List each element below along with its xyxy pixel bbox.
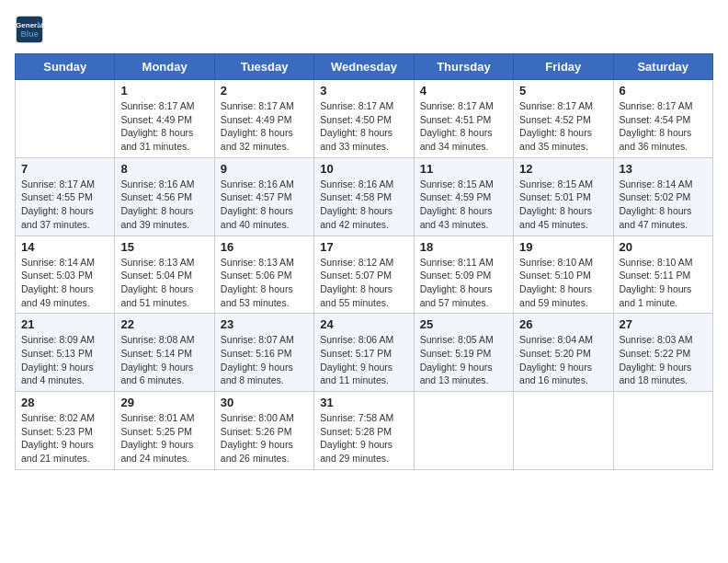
- calendar-cell: 11Sunrise: 8:15 AMSunset: 4:59 PMDayligh…: [414, 157, 513, 236]
- calendar-cell: [414, 392, 513, 470]
- date-number: 11: [420, 162, 507, 176]
- cell-details: Sunrise: 8:07 AMSunset: 5:16 PMDaylight:…: [221, 333, 308, 387]
- calendar-cell: [16, 80, 115, 158]
- cell-details: Sunrise: 8:12 AMSunset: 5:07 PMDaylight:…: [320, 256, 407, 310]
- date-number: 25: [420, 317, 507, 331]
- calendar-cell: 13Sunrise: 8:14 AMSunset: 5:02 PMDayligh…: [613, 157, 712, 236]
- calendar-cell: 31Sunrise: 7:58 AMSunset: 5:28 PMDayligh…: [314, 392, 414, 470]
- cell-details: Sunrise: 8:14 AMSunset: 5:03 PMDaylight:…: [21, 256, 108, 310]
- date-number: 2: [221, 84, 308, 98]
- calendar-cell: 7Sunrise: 8:17 AMSunset: 4:55 PMDaylight…: [16, 157, 115, 236]
- cell-details: Sunrise: 8:10 AMSunset: 5:10 PMDaylight:…: [519, 256, 607, 310]
- header: General Blue: [15, 15, 713, 44]
- day-header-friday: Friday: [514, 54, 613, 80]
- cell-details: Sunrise: 8:11 AMSunset: 5:09 PMDaylight:…: [420, 256, 507, 310]
- date-number: 7: [21, 162, 108, 176]
- date-number: 30: [221, 396, 308, 409]
- date-number: 17: [320, 240, 407, 254]
- calendar-cell: 26Sunrise: 8:04 AMSunset: 5:20 PMDayligh…: [514, 314, 613, 392]
- date-number: 4: [420, 84, 507, 98]
- date-number: 18: [420, 240, 507, 254]
- date-number: 10: [320, 162, 407, 176]
- week-row-2: 7Sunrise: 8:17 AMSunset: 4:55 PMDaylight…: [16, 157, 713, 236]
- calendar-cell: 2Sunrise: 8:17 AMSunset: 4:49 PMDaylight…: [214, 80, 313, 158]
- calendar-cell: 6Sunrise: 8:17 AMSunset: 4:54 PMDaylight…: [613, 80, 712, 158]
- calendar-cell: 20Sunrise: 8:10 AMSunset: 5:11 PMDayligh…: [613, 236, 712, 314]
- date-number: 27: [620, 317, 707, 331]
- calendar-cell: 30Sunrise: 8:00 AMSunset: 5:26 PMDayligh…: [214, 392, 313, 470]
- week-row-4: 21Sunrise: 8:09 AMSunset: 5:13 PMDayligh…: [16, 314, 713, 392]
- cell-details: Sunrise: 8:06 AMSunset: 5:17 PMDaylight:…: [320, 333, 407, 387]
- cell-details: Sunrise: 8:13 AMSunset: 5:04 PMDaylight:…: [120, 256, 208, 310]
- week-row-1: 1Sunrise: 8:17 AMSunset: 4:49 PMDaylight…: [16, 80, 713, 158]
- cell-details: Sunrise: 8:00 AMSunset: 5:26 PMDaylight:…: [221, 411, 308, 465]
- cell-details: Sunrise: 8:04 AMSunset: 5:20 PMDaylight:…: [519, 333, 607, 387]
- cell-details: Sunrise: 8:17 AMSunset: 4:55 PMDaylight:…: [21, 178, 108, 232]
- cell-details: Sunrise: 8:02 AMSunset: 5:23 PMDaylight:…: [21, 411, 108, 465]
- calendar-cell: 3Sunrise: 8:17 AMSunset: 4:50 PMDaylight…: [314, 80, 414, 158]
- cell-details: Sunrise: 8:13 AMSunset: 5:06 PMDaylight:…: [221, 256, 308, 310]
- day-header-row: SundayMondayTuesdayWednesdayThursdayFrid…: [16, 54, 713, 80]
- date-number: 14: [21, 240, 108, 254]
- calendar-cell: 12Sunrise: 8:15 AMSunset: 5:01 PMDayligh…: [514, 157, 613, 236]
- calendar-cell: 19Sunrise: 8:10 AMSunset: 5:10 PMDayligh…: [514, 236, 613, 314]
- date-number: 1: [120, 84, 208, 98]
- cell-details: Sunrise: 8:16 AMSunset: 4:58 PMDaylight:…: [320, 178, 407, 232]
- day-header-wednesday: Wednesday: [314, 54, 414, 80]
- cell-details: Sunrise: 8:17 AMSunset: 4:49 PMDaylight:…: [120, 99, 208, 154]
- calendar-cell: 5Sunrise: 8:17 AMSunset: 4:52 PMDaylight…: [514, 80, 613, 158]
- date-number: 22: [120, 317, 208, 331]
- calendar-cell: 18Sunrise: 8:11 AMSunset: 5:09 PMDayligh…: [414, 236, 513, 314]
- date-number: 20: [620, 240, 707, 254]
- cell-details: Sunrise: 8:16 AMSunset: 4:56 PMDaylight:…: [120, 178, 208, 232]
- cell-details: Sunrise: 8:08 AMSunset: 5:14 PMDaylight:…: [120, 333, 208, 387]
- logo-icon: General Blue: [15, 15, 44, 44]
- cell-details: Sunrise: 8:17 AMSunset: 4:54 PMDaylight:…: [620, 99, 707, 154]
- date-number: 21: [21, 317, 108, 331]
- cell-details: Sunrise: 8:15 AMSunset: 5:01 PMDaylight:…: [519, 178, 607, 232]
- date-number: 31: [320, 396, 407, 409]
- calendar-cell: 8Sunrise: 8:16 AMSunset: 4:56 PMDaylight…: [115, 157, 214, 236]
- calendar-cell: 24Sunrise: 8:06 AMSunset: 5:17 PMDayligh…: [314, 314, 414, 392]
- cell-details: Sunrise: 8:14 AMSunset: 5:02 PMDaylight:…: [620, 178, 707, 232]
- date-number: 24: [320, 317, 407, 331]
- day-header-saturday: Saturday: [613, 54, 712, 80]
- date-number: 19: [519, 240, 607, 254]
- day-header-monday: Monday: [115, 54, 214, 80]
- cell-details: Sunrise: 8:01 AMSunset: 5:25 PMDaylight:…: [120, 411, 208, 465]
- calendar-cell: [514, 392, 613, 470]
- cell-details: Sunrise: 8:03 AMSunset: 5:22 PMDaylight:…: [620, 333, 707, 387]
- calendar-cell: 4Sunrise: 8:17 AMSunset: 4:51 PMDaylight…: [414, 80, 513, 158]
- date-number: 3: [320, 84, 407, 98]
- cell-details: Sunrise: 8:17 AMSunset: 4:51 PMDaylight:…: [420, 99, 507, 154]
- calendar-cell: 1Sunrise: 8:17 AMSunset: 4:49 PMDaylight…: [115, 80, 214, 158]
- calendar-cell: 27Sunrise: 8:03 AMSunset: 5:22 PMDayligh…: [613, 314, 712, 392]
- cell-details: Sunrise: 8:17 AMSunset: 4:50 PMDaylight:…: [320, 99, 407, 154]
- calendar-cell: 9Sunrise: 8:16 AMSunset: 4:57 PMDaylight…: [214, 157, 313, 236]
- week-row-3: 14Sunrise: 8:14 AMSunset: 5:03 PMDayligh…: [16, 236, 713, 314]
- calendar-cell: 10Sunrise: 8:16 AMSunset: 4:58 PMDayligh…: [314, 157, 414, 236]
- calendar-cell: 23Sunrise: 8:07 AMSunset: 5:16 PMDayligh…: [214, 314, 313, 392]
- date-number: 5: [519, 84, 607, 98]
- day-header-thursday: Thursday: [414, 54, 513, 80]
- day-header-tuesday: Tuesday: [214, 54, 313, 80]
- logo: General Blue: [15, 15, 44, 44]
- calendar-cell: 14Sunrise: 8:14 AMSunset: 5:03 PMDayligh…: [16, 236, 115, 314]
- cell-details: Sunrise: 8:09 AMSunset: 5:13 PMDaylight:…: [21, 333, 108, 387]
- calendar-cell: 16Sunrise: 8:13 AMSunset: 5:06 PMDayligh…: [214, 236, 313, 314]
- calendar-cell: 17Sunrise: 8:12 AMSunset: 5:07 PMDayligh…: [314, 236, 414, 314]
- date-number: 13: [620, 162, 707, 176]
- svg-text:Blue: Blue: [20, 29, 38, 39]
- date-number: 8: [120, 162, 208, 176]
- week-row-5: 28Sunrise: 8:02 AMSunset: 5:23 PMDayligh…: [16, 392, 713, 470]
- cell-details: Sunrise: 8:10 AMSunset: 5:11 PMDaylight:…: [620, 256, 707, 310]
- cell-details: Sunrise: 8:17 AMSunset: 4:49 PMDaylight:…: [221, 99, 308, 154]
- calendar-cell: 29Sunrise: 8:01 AMSunset: 5:25 PMDayligh…: [115, 392, 214, 470]
- date-number: 28: [21, 396, 108, 409]
- date-number: 12: [519, 162, 607, 176]
- calendar-table: SundayMondayTuesdayWednesdayThursdayFrid…: [15, 53, 713, 470]
- date-number: 16: [221, 240, 308, 254]
- cell-details: Sunrise: 8:17 AMSunset: 4:52 PMDaylight:…: [519, 99, 607, 154]
- cell-details: Sunrise: 7:58 AMSunset: 5:28 PMDaylight:…: [320, 411, 407, 465]
- cell-details: Sunrise: 8:15 AMSunset: 4:59 PMDaylight:…: [420, 178, 507, 232]
